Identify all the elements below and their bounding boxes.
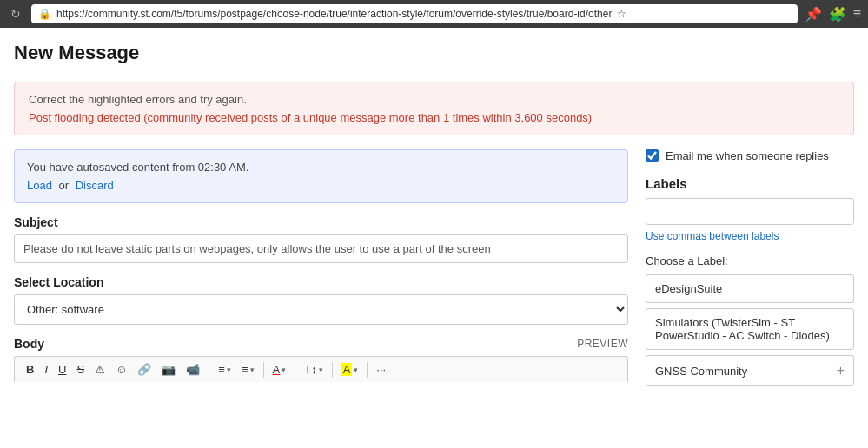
label-option-simulators[interactable]: Simulators (TwisterSim - ST PowerStudio … <box>646 308 854 350</box>
toolbar-sep-1 <box>209 362 209 378</box>
menu-icon[interactable]: ≡ <box>853 6 861 22</box>
preview-link[interactable]: PREVIEW <box>577 338 628 350</box>
extensions-icon[interactable]: 🧩 <box>829 6 846 23</box>
toolbar-strikethrough[interactable]: S <box>72 360 89 379</box>
toolbar-list[interactable]: ≡ ▾ <box>237 360 259 379</box>
label-option-gnss[interactable]: GNSS Community + <box>646 355 854 386</box>
toolbar-sep-2 <box>263 362 264 378</box>
body-header: Body PREVIEW <box>14 337 628 351</box>
autosave-box: You have autosaved content from 02:30 AM… <box>14 149 628 203</box>
email-checkbox[interactable] <box>646 149 659 162</box>
error-banner-title: Correct the highlighted errors and try a… <box>29 93 839 106</box>
toolbar-more[interactable]: ··· <box>372 360 390 379</box>
toolbar-font-bg[interactable]: A ▾ <box>337 360 363 379</box>
labels-input[interactable] <box>646 198 854 225</box>
toolbar-underline[interactable]: U <box>54 360 70 379</box>
address-bar[interactable]: 🔒 https://community.st.com/t5/forums/pos… <box>31 4 798 23</box>
subject-input[interactable] <box>14 234 628 263</box>
toolbar-bold[interactable]: B <box>22 360 38 379</box>
toolbar-alert[interactable]: ⚠ <box>90 360 109 379</box>
labels-title: Labels <box>646 176 854 191</box>
toolbar-emoji[interactable]: ☺ <box>111 360 131 379</box>
load-link[interactable]: Load <box>27 179 52 192</box>
reload-button[interactable]: ↻ <box>7 5 24 23</box>
page-content: New Message Correct the highlighted erro… <box>0 28 868 392</box>
or-text: or <box>59 179 70 192</box>
autosave-message: You have autosaved content from 02:30 AM… <box>27 161 615 174</box>
toolbar-video[interactable]: 📹 <box>182 360 204 379</box>
autosave-links: Load or Discard <box>27 179 615 192</box>
labels-section: Labels Use commas between labels <box>646 176 854 242</box>
toolbar-sep-3 <box>295 362 295 378</box>
main-layout: You have autosaved content from 02:30 AM… <box>14 149 854 392</box>
body-label: Body <box>14 337 44 351</box>
error-banner: Correct the highlighted errors and try a… <box>14 82 854 135</box>
location-label: Select Location <box>14 275 628 289</box>
star-icon[interactable]: ☆ <box>617 8 626 20</box>
browser-actions: 📌 🧩 ≡ <box>805 6 861 23</box>
toolbar-image[interactable]: 📷 <box>157 360 180 379</box>
toolbar-align[interactable]: ≡ ▾ <box>214 360 235 379</box>
toolbar-sep-4 <box>332 362 333 378</box>
pocket-icon[interactable]: 📌 <box>805 6 822 23</box>
url-text: https://community.st.com/t5/forums/postp… <box>56 8 612 20</box>
toolbar-font-color[interactable]: A ▾ <box>268 360 291 379</box>
location-select[interactable]: Other: software General Hardware Softwar… <box>14 294 628 325</box>
expand-icon: + <box>837 363 845 379</box>
right-column: Email me when someone replies Labels Use… <box>646 149 854 392</box>
toolbar-italic[interactable]: I <box>40 360 52 379</box>
labels-hint: Use commas between labels <box>646 230 854 242</box>
browser-controls: ↻ <box>7 5 24 23</box>
label-option-edesignsuite[interactable]: eDesignSuite <box>646 274 854 303</box>
error-banner-detail: Post flooding detected (community receiv… <box>29 111 839 124</box>
toolbar-sep-5 <box>367 362 368 378</box>
editor-toolbar: B I U S ⚠ ☺ 🔗 📷 📹 ≡ ▾ ≡ ▾ A ▾ T↕ ▾ A ▾ · <box>14 356 628 382</box>
subject-label: Subject <box>14 215 628 229</box>
toolbar-font-size[interactable]: T↕ ▾ <box>300 360 327 379</box>
email-label: Email me when someone replies <box>666 149 829 162</box>
left-column: You have autosaved content from 02:30 AM… <box>14 149 628 392</box>
browser-chrome: ↻ 🔒 https://community.st.com/t5/forums/p… <box>0 0 868 28</box>
page-title: New Message <box>14 42 854 64</box>
label-option-gnss-text: GNSS Community <box>655 365 747 378</box>
toolbar-link[interactable]: 🔗 <box>133 360 156 379</box>
choose-label-title: Choose a Label: <box>646 254 854 267</box>
discard-link[interactable]: Discard <box>76 179 114 192</box>
email-checkbox-row: Email me when someone replies <box>646 149 854 162</box>
lock-icon: 🔒 <box>38 8 51 20</box>
